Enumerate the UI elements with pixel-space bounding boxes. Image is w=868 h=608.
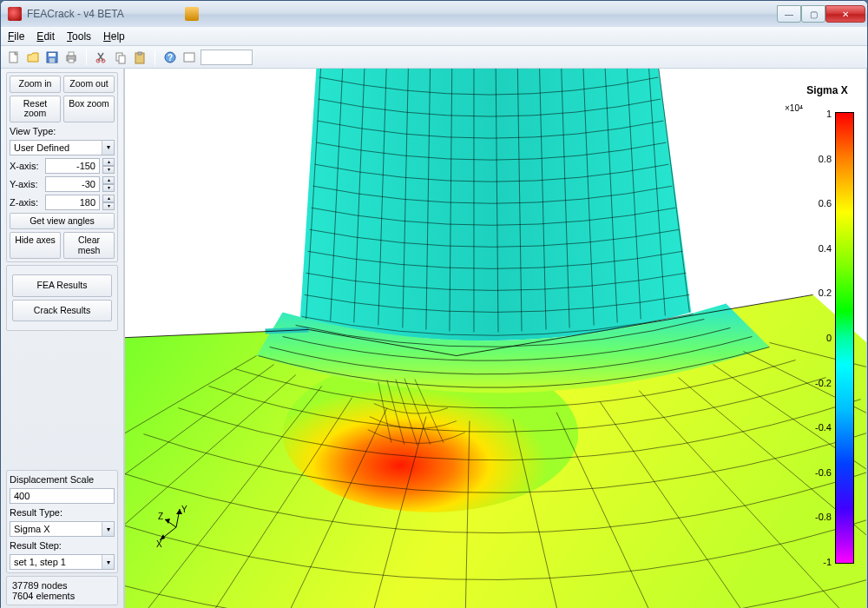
x-axis-label: X-axis: [10, 161, 43, 171]
zoom-out-button[interactable]: Zoom out [63, 76, 115, 93]
legend-tick: 0.6 [815, 198, 832, 208]
legend-title: Sigma X [800, 84, 854, 96]
z-spin-down[interactable]: ▾ [102, 202, 115, 210]
display-settings-panel: Displacement Scale 400 Result Type: Sigm… [6, 470, 118, 573]
reset-zoom-button[interactable]: Reset zoom [10, 96, 61, 122]
save-icon[interactable] [44, 50, 60, 65]
crack-results-button[interactable]: Crack Results [12, 300, 112, 322]
y-axis-label: Y-axis: [10, 179, 43, 189]
chevron-down-icon: ▾ [102, 522, 114, 536]
z-axis-label: Z-axis: [10, 197, 43, 208]
view-type-value: User Defined [10, 142, 102, 153]
chevron-down-icon: ▾ [102, 141, 114, 155]
axis-x-label: X [156, 539, 162, 549]
result-step-label: Result Step: [10, 539, 115, 552]
axes-compass: X Y Z [155, 506, 198, 549]
legend-tick: 0.8 [815, 154, 832, 164]
node-count: 37789 nodes [12, 580, 112, 591]
window-title: FEACrack - v4 BETA [27, 8, 124, 20]
view-type-select[interactable]: User Defined ▾ [10, 140, 115, 155]
menu-file[interactable]: File [8, 30, 24, 43]
open-folder-icon[interactable] [25, 50, 41, 65]
legend-tick: 1 [815, 109, 832, 119]
axis-z-label: Z [158, 512, 163, 521]
status-panel: 37789 nodes 7604 elements [6, 576, 118, 605]
title-bar[interactable]: FEACrack - v4 BETA — ▢ ✕ [1, 1, 867, 27]
clear-mesh-button[interactable]: Clear mesh [63, 232, 115, 259]
result-type-select[interactable]: Sigma X ▾ [10, 521, 115, 537]
svg-rect-10 [119, 56, 125, 63]
run-icon[interactable] [181, 50, 197, 65]
zoom-in-button[interactable]: Zoom in [10, 76, 61, 93]
legend-tick: 0 [815, 333, 832, 343]
view-type-label: View Type: [10, 125, 115, 137]
toolbar-input[interactable] [201, 50, 253, 65]
viewport-3d[interactable]: X Y Z Sigma X ×10⁴ 1 0.8 0.6 0.4 0.2 0 -… [124, 69, 867, 608]
get-view-angles-button[interactable]: Get view angles [10, 213, 115, 230]
svg-rect-5 [69, 52, 74, 56]
y-spin-down[interactable]: ▾ [102, 184, 115, 192]
results-panel: FEA Results Crack Results [6, 265, 118, 331]
legend-tick: -0.2 [815, 378, 832, 388]
copy-icon[interactable] [113, 50, 128, 65]
x-spin-up[interactable]: ▴ [102, 158, 115, 166]
legend-tick: -1 [815, 557, 832, 567]
disp-scale-label: Displacement Scale [10, 473, 115, 486]
svg-rect-12 [138, 52, 141, 55]
legend-ticks: 1 0.8 0.6 0.4 0.2 0 -0.2 -0.4 -0.6 -0.8 … [815, 109, 832, 567]
app-icon [8, 7, 22, 21]
cut-icon[interactable] [94, 50, 109, 65]
svg-rect-2 [49, 53, 56, 56]
z-axis-input[interactable]: 180 [45, 195, 100, 210]
close-button[interactable]: ✕ [825, 5, 865, 23]
z-spin-up[interactable]: ▴ [102, 195, 115, 202]
print-icon[interactable] [63, 50, 79, 65]
svg-rect-3 [49, 58, 55, 63]
legend-tick: -0.6 [815, 467, 832, 478]
element-count: 7604 elements [12, 591, 112, 601]
legend-exponent: ×10⁴ [785, 103, 803, 113]
axis-y-label: Y [181, 506, 187, 514]
menu-help[interactable]: Help [103, 30, 125, 43]
svg-rect-6 [69, 59, 74, 63]
result-type-value: Sigma X [10, 524, 102, 534]
sidebar: Zoom in Zoom out Reset zoom Box zoom Vie… [1, 69, 124, 608]
legend-tick: 0.2 [815, 287, 832, 298]
help-icon[interactable]: ? [162, 50, 178, 65]
result-type-label: Result Type: [10, 506, 115, 519]
y-axis-input[interactable]: -30 [45, 176, 100, 192]
legend-tick: -0.4 [815, 422, 832, 433]
result-step-select[interactable]: set 1, step 1 ▾ [10, 554, 115, 570]
menu-tools[interactable]: Tools [67, 30, 91, 43]
result-step-value: set 1, step 1 [10, 557, 102, 567]
x-axis-input[interactable]: -150 [45, 158, 100, 174]
maximize-button[interactable]: ▢ [801, 5, 825, 23]
chevron-down-icon: ▾ [102, 555, 114, 569]
toolbar: ? [1, 46, 867, 69]
hide-axes-button[interactable]: Hide axes [10, 232, 61, 259]
x-spin-down[interactable]: ▾ [102, 166, 115, 174]
y-spin-up[interactable]: ▴ [102, 176, 115, 184]
paste-icon[interactable] [132, 50, 148, 65]
legend-tick: -0.8 [815, 512, 832, 522]
fea-results-button[interactable]: FEA Results [12, 274, 112, 297]
svg-text:?: ? [168, 53, 173, 63]
secondary-tab-icon [185, 7, 199, 21]
new-file-icon[interactable] [6, 50, 22, 65]
mesh-render [125, 69, 866, 608]
zoom-panel: Zoom in Zoom out Reset zoom Box zoom Vie… [6, 72, 118, 262]
legend-colorbar [835, 112, 854, 564]
disp-scale-input[interactable]: 400 [10, 488, 115, 504]
legend-tick: 0.4 [815, 243, 832, 254]
minimize-button[interactable]: — [777, 5, 801, 23]
app-window: FEACrack - v4 BETA — ▢ ✕ File Edit Tools… [0, 0, 868, 608]
svg-rect-15 [184, 53, 194, 62]
menu-edit[interactable]: Edit [36, 30, 55, 43]
box-zoom-button[interactable]: Box zoom [63, 96, 115, 122]
color-legend: Sigma X ×10⁴ 1 0.8 0.6 0.4 0.2 0 -0.2 -0… [800, 84, 854, 102]
menu-bar: File Edit Tools Help [1, 27, 867, 46]
